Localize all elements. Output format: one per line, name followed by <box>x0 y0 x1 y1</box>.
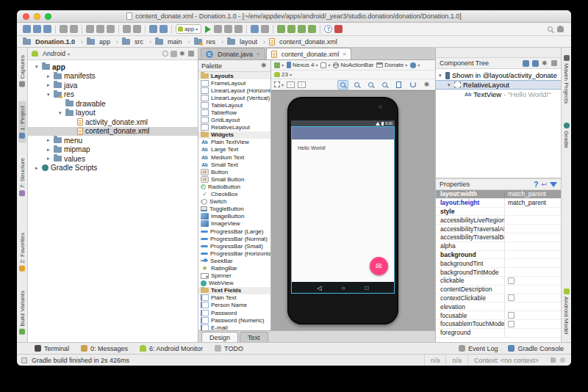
property-value[interactable] <box>504 225 561 233</box>
locale-selector[interactable]: ▾ <box>410 62 420 68</box>
back-icon[interactable] <box>149 25 157 33</box>
palette-row[interactable]: Password (Numeric) <box>198 316 270 324</box>
close-icon[interactable]: × <box>257 51 260 57</box>
tool-window-tab[interactable]: Build Variants <box>18 286 26 339</box>
save-all-icon[interactable] <box>33 25 41 33</box>
minimize-window-button[interactable] <box>34 13 40 20</box>
property-row[interactable]: focusableInTouchMode <box>436 320 561 329</box>
tree-expand-arrow-icon[interactable] <box>448 82 454 88</box>
property-row[interactable]: contentDescription <box>436 286 561 294</box>
palette-row[interactable]: LinearLayout (Vertical) <box>198 94 270 101</box>
theme-selector[interactable]: NoActionBar <box>333 62 373 68</box>
design-text-tab[interactable]: Text <box>240 332 268 342</box>
tree-expand-arrow-icon[interactable] <box>59 110 65 116</box>
breadcrumb-item[interactable]: app <box>87 38 122 46</box>
breadcrumb-item[interactable]: src <box>122 38 155 46</box>
property-value[interactable] <box>504 294 561 302</box>
separator[interactable] <box>320 25 320 34</box>
property-row[interactable]: alpha <box>436 242 561 251</box>
breadcrumb-item[interactable]: Donation.1.0 <box>23 38 87 46</box>
tool-window-button[interactable]: Gradle Console <box>508 345 564 352</box>
breadcrumb-item[interactable]: layout <box>227 38 269 46</box>
replace-icon[interactable] <box>133 25 141 33</box>
android-monitor-icon[interactable] <box>308 25 316 33</box>
palette-row[interactable]: TableRow <box>198 109 270 116</box>
design-text-tab[interactable]: Design <box>201 332 238 342</box>
design-canvas[interactable]: 6:00 Hello World! ✉ ◁ ○ □ <box>271 90 435 330</box>
palette-row[interactable]: ProgressBar (Normal) <box>198 235 270 242</box>
property-value[interactable]: match_parent <box>504 190 561 198</box>
close-icon[interactable]: × <box>343 51 346 57</box>
forward-icon[interactable] <box>159 25 168 33</box>
property-value[interactable] <box>504 242 561 250</box>
zoom-in-icon[interactable] <box>337 80 348 90</box>
tool-window-button[interactable]: 0: Messages <box>81 345 128 352</box>
property-value[interactable] <box>504 259 561 267</box>
tree-expand-arrow-icon[interactable] <box>35 165 42 171</box>
property-value[interactable] <box>504 208 561 216</box>
property-row[interactable]: foreground <box>436 329 561 338</box>
fab-button[interactable]: ✉ <box>370 257 388 275</box>
palette-row[interactable]: Password <box>198 309 270 316</box>
tool-window-button[interactable]: Terminal <box>35 345 69 352</box>
revert-icon[interactable]: ↩ <box>541 181 547 188</box>
debug-icon[interactable] <box>214 25 222 33</box>
tool-window-tab[interactable]: Gradle <box>562 118 570 153</box>
palette-row[interactable]: Medium Text <box>198 153 270 161</box>
help-icon[interactable]: ? <box>534 181 538 189</box>
separator[interactable] <box>273 25 273 34</box>
project-tree-row[interactable]: manifests <box>28 72 198 81</box>
user-icon[interactable] <box>557 26 564 32</box>
sdk-manager-icon[interactable] <box>298 25 306 33</box>
gear-icon[interactable] <box>421 80 432 90</box>
property-row[interactable]: accessibilityTraversalAft <box>436 225 561 233</box>
zoom-out-icon[interactable] <box>351 80 362 90</box>
tree-expand-arrow-icon[interactable] <box>35 64 42 70</box>
tool-window-tab[interactable]: Maven Projects <box>562 51 570 108</box>
separator[interactable] <box>145 25 146 34</box>
profile-icon[interactable] <box>234 25 243 33</box>
tree-expand-arrow-icon[interactable] <box>47 73 54 79</box>
hide-panel-icon[interactable] <box>551 60 557 66</box>
tree-expand-arrow-icon[interactable] <box>47 82 54 88</box>
palette-row[interactable]: RelativeLayout <box>198 124 270 131</box>
property-value[interactable]: match_parent <box>504 199 561 207</box>
hello-world-text[interactable]: Hello World! <box>298 145 326 150</box>
run-icon[interactable] <box>204 25 212 33</box>
project-tree-row[interactable]: res <box>28 90 198 100</box>
undo-icon[interactable] <box>60 25 68 33</box>
tool-window-tab[interactable]: 2: Favorites <box>18 228 26 276</box>
collapse-all-icon[interactable] <box>171 51 177 57</box>
project-view-selector[interactable]: Android <box>43 50 65 57</box>
property-value[interactable] <box>504 311 561 319</box>
property-row[interactable]: layout:widthmatch_parent <box>436 190 561 199</box>
api-level-selector[interactable]: 23▾ <box>274 71 292 78</box>
property-row[interactable]: focusable <box>436 311 561 320</box>
palette-row[interactable]: E-mail <box>198 324 270 330</box>
tree-expand-arrow-icon[interactable] <box>439 73 445 79</box>
tool-window-tab[interactable]: 1: Project <box>18 101 26 143</box>
property-value[interactable] <box>504 302 561 311</box>
redo-icon[interactable] <box>70 25 78 33</box>
zoom-window-button[interactable] <box>45 13 51 20</box>
component-tree-row[interactable]: Shown in @layout/activity_donate <box>436 70 561 80</box>
separator[interactable] <box>82 25 82 34</box>
palette-row[interactable]: Switch <box>198 198 270 206</box>
property-row[interactable]: background <box>436 251 561 260</box>
project-tree-row[interactable]: layout <box>28 109 198 118</box>
property-row[interactable]: elevation <box>436 302 561 311</box>
palette-row[interactable]: RadioButton <box>198 183 270 190</box>
pin-icon[interactable] <box>334 25 343 33</box>
component-tree-row[interactable]: TextView- "Hello World!" <box>436 90 561 99</box>
palette-row[interactable]: SeekBar <box>198 257 270 264</box>
tree-expand-arrow-icon[interactable] <box>47 92 54 98</box>
tool-window-button[interactable]: 6: Android Monitor <box>140 345 203 352</box>
gear-icon[interactable] <box>179 51 186 57</box>
tree-expand-arrow-icon[interactable] <box>47 147 54 153</box>
project-tree-row[interactable]: activity_donate.xml <box>28 117 198 127</box>
scroll-to-source-icon[interactable] <box>162 51 168 57</box>
palette-row[interactable]: TableLayout <box>198 101 270 109</box>
palette-row[interactable]: ProgressBar (Horizontal) <box>198 250 270 257</box>
device-screen[interactable]: 6:00 Hello World! ✉ ◁ ○ □ <box>291 120 395 294</box>
project-tree-row[interactable]: values <box>28 154 198 164</box>
